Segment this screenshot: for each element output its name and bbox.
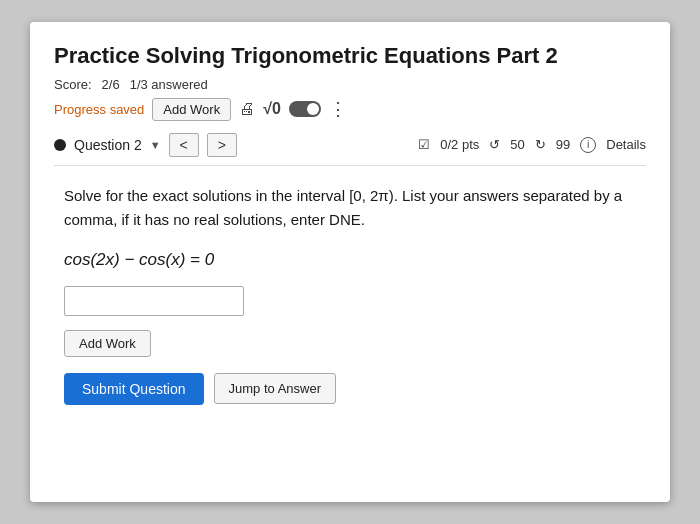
toggle-switch[interactable]	[289, 101, 321, 117]
add-work-button[interactable]: Add Work	[64, 330, 151, 357]
page-title: Practice Solving Trigonometric Equations…	[54, 42, 646, 71]
sqrt-icon[interactable]: √0	[263, 100, 281, 118]
more-options-icon[interactable]: ⋮	[329, 98, 348, 120]
info-icon[interactable]: i	[580, 137, 596, 153]
add-work-top-button[interactable]: Add Work	[152, 98, 231, 121]
problem-prompt: Solve for the exact solutions in the int…	[64, 184, 636, 232]
toolbar-row: Progress saved Add Work 🖨 √0 ⋮	[54, 98, 646, 121]
score-value: 2/6	[102, 77, 120, 92]
question-body: Solve for the exact solutions in the int…	[54, 184, 646, 405]
checkbox-icon: ☑	[418, 137, 430, 152]
question-label: Question 2	[74, 137, 142, 153]
history-icon: ↺	[489, 137, 500, 152]
pts-value: 0/2 pts	[440, 137, 479, 152]
next-question-button[interactable]: >	[207, 133, 237, 157]
progress-saved-label: Progress saved	[54, 102, 144, 117]
question-nav-left: Question 2 ▼ < >	[54, 133, 237, 157]
details-link[interactable]: Details	[606, 137, 646, 152]
print-icon[interactable]: 🖨	[239, 100, 255, 118]
bottom-buttons: Submit Question Jump to Answer	[64, 373, 636, 405]
jump-to-answer-button[interactable]: Jump to Answer	[214, 373, 337, 404]
history-value: 50	[510, 137, 524, 152]
math-equation: cos(2x) − cos(x) = 0	[64, 250, 636, 270]
answered-text: 1/3 answered	[130, 77, 208, 92]
score-label: Score:	[54, 77, 92, 92]
question-status-dot	[54, 139, 66, 151]
prev-question-button[interactable]: <	[169, 133, 199, 157]
question-dropdown-arrow[interactable]: ▼	[150, 139, 161, 151]
submit-question-button[interactable]: Submit Question	[64, 373, 204, 405]
question-nav-right: ☑ 0/2 pts ↺ 50 ↻ 99 i Details	[418, 137, 646, 153]
question-nav-row: Question 2 ▼ < > ☑ 0/2 pts ↺ 50 ↻ 99 i D…	[54, 133, 646, 166]
score-row: Score: 2/6 1/3 answered	[54, 77, 646, 92]
attempts-value: 99	[556, 137, 570, 152]
main-container: Practice Solving Trigonometric Equations…	[30, 22, 670, 502]
answer-input[interactable]	[64, 286, 244, 316]
attempts-icon: ↻	[535, 137, 546, 152]
